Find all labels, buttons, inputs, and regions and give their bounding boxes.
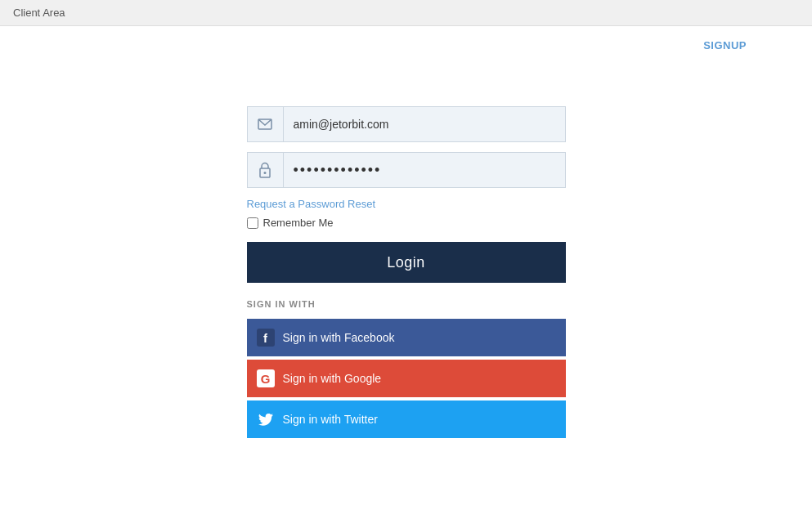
twitter-signin-label: Sign in with Twitter — [283, 413, 378, 426]
signup-link[interactable]: SIGNUP — [703, 39, 747, 51]
sign-in-with-label: SIGN IN WITH — [247, 299, 566, 309]
topbar: Client Area — [0, 0, 812, 26]
google-signin-button[interactable]: G Sign in with Google — [247, 360, 566, 397]
email-field[interactable] — [284, 107, 565, 141]
facebook-signin-label: Sign in with Facebook — [283, 331, 395, 344]
login-form: Request a Password Reset Remember Me Log… — [247, 106, 566, 441]
password-input-group — [247, 152, 566, 188]
facebook-icon: f — [257, 329, 275, 347]
svg-point-2 — [264, 172, 267, 174]
remember-me-label: Remember Me — [263, 217, 334, 229]
google-signin-label: Sign in with Google — [283, 372, 382, 385]
remember-me-checkbox[interactable] — [247, 217, 258, 229]
password-field[interactable] — [284, 153, 565, 187]
twitter-signin-button[interactable]: Sign in with Twitter — [247, 400, 566, 438]
twitter-icon — [257, 410, 275, 428]
login-button[interactable]: Login — [247, 242, 566, 283]
topbar-title: Client Area — [13, 7, 65, 19]
reset-password-link[interactable]: Request a Password Reset — [247, 198, 566, 210]
facebook-signin-button[interactable]: f Sign in with Facebook — [247, 319, 566, 356]
email-input-group — [247, 106, 566, 142]
google-icon: G — [257, 369, 275, 387]
remember-me-group: Remember Me — [247, 217, 566, 229]
lock-icon — [248, 152, 284, 188]
email-icon — [248, 106, 284, 142]
